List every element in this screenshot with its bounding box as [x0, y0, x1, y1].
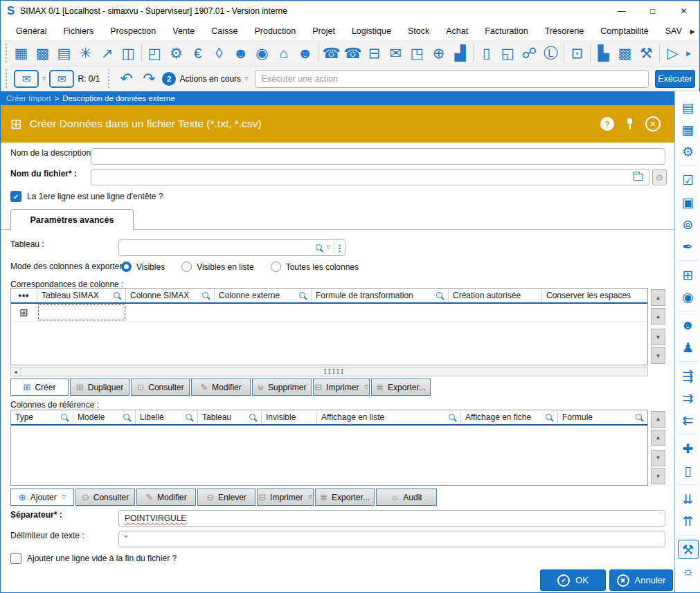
menu-prospection[interactable]: Prospection	[102, 26, 164, 36]
consulter-button[interactable]: ⊙Consulter	[75, 489, 135, 506]
consulter-button[interactable]: ⊙Consulter	[131, 378, 190, 396]
menu-caisse[interactable]: Caisse	[203, 26, 246, 36]
cube-icon[interactable]: ◳	[406, 43, 428, 64]
scroll-down-button[interactable]: ▼	[651, 329, 665, 345]
actions-dropdown-icon[interactable]: ▽	[244, 76, 248, 82]
mode-option-visibles-liste[interactable]: Visibles en liste	[181, 262, 254, 272]
matrix-icon[interactable]: ▩	[614, 43, 636, 64]
search-icon[interactable]	[449, 414, 456, 421]
new-document-icon[interactable]: ✚	[678, 439, 699, 458]
enlever-button[interactable]: ⊖Enlever	[197, 489, 255, 506]
mode-option-toutes[interactable]: Toutes les colonnes	[271, 262, 359, 272]
contacts-icon[interactable]: ☻	[230, 43, 251, 64]
col-libelle[interactable]: Libellé	[136, 410, 198, 424]
menu-overflow-icon[interactable]: ▸	[690, 26, 695, 37]
search-icon[interactable]	[186, 414, 193, 421]
menu-logistique[interactable]: Logistique	[343, 26, 400, 36]
col-options[interactable]: •••	[11, 289, 37, 302]
dashboard-icon[interactable]: ◫	[118, 43, 139, 64]
transfer-in-icon[interactable]: ⇇	[678, 410, 699, 430]
help-icon[interactable]: ?	[600, 117, 614, 131]
menu-projet[interactable]: Projet	[304, 26, 343, 36]
ajouter-button[interactable]: ⊕Ajouter▽	[10, 489, 74, 506]
radio-visibles[interactable]	[121, 262, 132, 272]
validate-icon[interactable]: ☑	[678, 170, 699, 190]
search-icon[interactable]	[316, 244, 323, 252]
approve-icon[interactable]: ⊚	[678, 215, 699, 234]
preview-icon[interactable]: ◉	[678, 287, 699, 307]
exporter-button[interactable]: ≣Exporter...	[315, 489, 375, 506]
scroll-up-button[interactable]: ▲	[651, 430, 665, 446]
file-preview-button[interactable]: ⊙	[652, 169, 667, 185]
supprimer-button[interactable]: ⊎Supprimer	[252, 378, 312, 396]
creer-button[interactable]: ⊞Créer	[10, 378, 69, 396]
tag-icon[interactable]: ◊	[208, 43, 230, 64]
col-affichage-fiche[interactable]: Affichage en fiche	[461, 410, 558, 424]
insert-row-icon[interactable]: ⊞	[11, 304, 37, 321]
search-icon[interactable]	[249, 414, 257, 421]
groups-icon[interactable]: ◉	[251, 43, 273, 64]
toolbar-drag-handle[interactable]	[4, 44, 8, 63]
close-button[interactable]: ✕	[668, 1, 699, 21]
factory-icon[interactable]: ▙	[593, 43, 614, 64]
col-creation-autorisee[interactable]: Création autorisée	[449, 289, 542, 302]
table-row-new[interactable]: ⊞	[11, 304, 647, 322]
document-icon[interactable]: ▯	[678, 461, 699, 480]
play-icon[interactable]: ▷	[662, 43, 683, 64]
menu-facturation[interactable]: Facturation	[476, 26, 537, 36]
toolbar-drag-handle[interactable]	[4, 69, 8, 89]
window-tools-icon[interactable]: ⚒	[678, 540, 699, 559]
imprimer-button[interactable]: ⊟Imprimer▽	[313, 378, 370, 396]
col-type[interactable]: Type	[11, 410, 73, 424]
menu-stock[interactable]: Stock	[400, 26, 438, 36]
col-colonne-externe[interactable]: Colonne externe	[215, 289, 312, 302]
flow-export-icon[interactable]: ⇶	[678, 366, 699, 385]
data-export-icon[interactable]: ⇈	[678, 511, 699, 531]
partners-icon[interactable]: ☍	[519, 43, 540, 64]
layout-icon[interactable]: ⊞	[678, 265, 699, 284]
toolbar-drag-handle[interactable]	[107, 69, 110, 89]
execute-action-input[interactable]	[255, 70, 649, 88]
mode-option-visibles[interactable]: Visibles	[121, 262, 165, 272]
redo-icon[interactable]: ↷	[139, 69, 159, 89]
search-icon[interactable]	[114, 292, 121, 300]
user-icon[interactable]: ☻	[294, 43, 316, 64]
separator-input[interactable]: POINTVIRGULE	[118, 510, 665, 527]
data-import-icon[interactable]: ⇊	[678, 489, 699, 509]
audit-button[interactable]: ☼Audit	[376, 489, 437, 506]
form-view-icon[interactable]: ▤	[678, 98, 699, 117]
col-tableau-simax[interactable]: Tableau SIMAX	[37, 289, 126, 302]
parcel-icon[interactable]: ◱	[497, 43, 519, 64]
menu-general[interactable]: Général	[8, 26, 55, 36]
scroll-page-down-button[interactable]: ▼	[651, 347, 665, 364]
search-icon[interactable]	[61, 414, 69, 421]
user-badge-icon[interactable]: ♟	[678, 338, 699, 357]
menu-sav[interactable]: SAV	[657, 26, 690, 36]
document-icon[interactable]: ▯	[476, 43, 497, 64]
delimiter-input[interactable]: "	[118, 531, 665, 547]
col-formule-transformation[interactable]: Formule de transformation	[312, 289, 449, 302]
empty-line-label[interactable]: Ajouter une ligne vide à la fin du fichi…	[27, 554, 177, 563]
search-icon[interactable]	[299, 292, 307, 300]
briefcase-icon[interactable]: ⊟	[364, 43, 385, 64]
planning-icon[interactable]: ▩	[32, 43, 53, 64]
execute-button[interactable]: Exécuter	[655, 70, 695, 88]
dupliquer-button[interactable]: ⊞Dupliquer	[70, 378, 129, 396]
cancel-button[interactable]: ✖ Annuler	[609, 569, 673, 591]
breadcrumb-parent[interactable]: Créer Import	[6, 94, 51, 102]
scroll-down-button[interactable]: ▼	[651, 450, 665, 466]
scroll-left-button[interactable]: ◄	[11, 367, 21, 376]
search-icon[interactable]	[202, 292, 210, 300]
radio-visibles-liste[interactable]	[181, 262, 192, 272]
calendar-icon[interactable]: ▦	[10, 43, 32, 64]
col-colonne-simax[interactable]: Colonne SIMAX	[126, 289, 215, 302]
user-icon[interactable]: ☻	[678, 316, 699, 335]
quick-actions-icon[interactable]: ✳	[75, 43, 96, 64]
products-icon[interactable]: ◰	[144, 43, 165, 64]
search-icon[interactable]	[123, 414, 131, 421]
imprimer-button[interactable]: ⊟Imprimer▽	[257, 489, 314, 506]
folder-icon[interactable]	[634, 174, 643, 181]
worklist-icon[interactable]: ▤	[53, 43, 75, 64]
sales-chart-icon[interactable]: ↗	[96, 43, 118, 64]
tableau-options-icon[interactable]: ⋮	[334, 240, 345, 255]
